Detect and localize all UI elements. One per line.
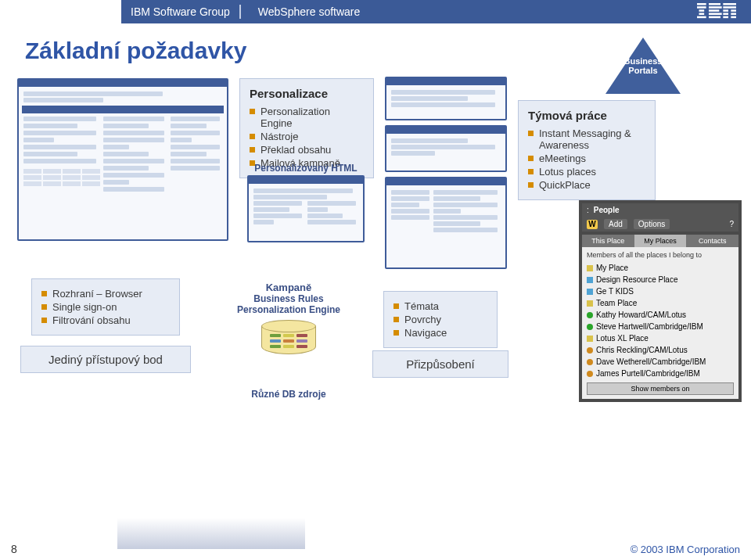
people-item[interactable]: Dave Wetherell/Cambridge/IBM (587, 356, 734, 368)
personalized-html-mock (247, 175, 365, 242)
svg-rect-7 (709, 9, 719, 12)
status-dot-icon (587, 371, 593, 377)
customization-item: Povrchy (393, 313, 487, 326)
svg-rect-17 (731, 16, 736, 19)
personalization-title: Personalizace (250, 87, 364, 100)
svg-rect-14 (723, 13, 728, 16)
interface-item: Rozhraní – Browser (41, 287, 170, 300)
campaigns-title: Kampaně (222, 282, 355, 293)
people-body: Members of all the places I belong to My… (582, 247, 738, 399)
people-item[interactable]: Steve Hartwell/Cambridge/IBM (587, 321, 734, 332)
people-item[interactable]: Ge T KIDS (587, 285, 734, 297)
footer-fade-image (117, 518, 305, 549)
people-header: : People (582, 203, 738, 217)
header-bar: IBM Software Group WebSphere software (0, 0, 751, 23)
interface-panel: Rozhraní – Browser Single sign-on Filtro… (31, 278, 180, 336)
campaigns-line1: Business Rules (222, 293, 355, 304)
people-tab[interactable]: This Place (582, 235, 634, 247)
status-dot-icon (587, 324, 593, 330)
teamwork-item: QuickPlace (528, 178, 645, 192)
ui-mock-window-2 (385, 125, 507, 172)
personalized-html-caption: Personalizovaný HTML (247, 163, 365, 174)
people-item-label: Kathy Howard/CAM/Lotus (596, 311, 686, 319)
people-list: My PlaceDesign Resource PlaceGe T KIDSTe… (587, 262, 734, 379)
people-item[interactable]: Lotus XL Place (587, 332, 734, 344)
database-icon (261, 320, 316, 359)
svg-rect-2 (699, 9, 705, 12)
teamwork-title: Týmová práce (528, 109, 645, 122)
people-tabs: This Place My Places Contacts (582, 235, 738, 247)
people-w-icon[interactable]: W (587, 220, 598, 229)
triangle-line2: Portals (605, 66, 681, 75)
people-item-label: Chris Reckling/CAM/Lotus (596, 346, 688, 354)
people-item[interactable]: Design Resource Place (587, 274, 734, 285)
status-dot-icon (587, 312, 593, 318)
campaigns-line2: Personalization Engine (222, 304, 355, 315)
svg-rect-4 (697, 16, 706, 19)
place-square-icon (587, 265, 593, 271)
svg-rect-11 (723, 6, 736, 9)
teamwork-panel: Týmová práce Instant Messaging & Awarene… (518, 100, 656, 200)
people-item-label: Ge T KIDS (596, 287, 634, 296)
svg-rect-9 (709, 16, 720, 19)
people-item-label: My Place (596, 264, 628, 272)
header-divider (239, 5, 241, 19)
people-tab[interactable]: Contacts (686, 235, 738, 247)
personalization-item: Nástroje (250, 130, 364, 143)
people-item-label: James Purtell/Cambridge/IBM (596, 369, 700, 378)
people-item[interactable]: James Purtell/Cambridge/IBM (587, 368, 734, 379)
svg-rect-12 (723, 9, 728, 12)
people-desc: Members of all the places I belong to (587, 251, 734, 259)
people-item-label: Dave Wetherell/Cambridge/IBM (596, 357, 706, 366)
people-item[interactable]: Team Place (587, 297, 734, 309)
people-toolbar: W Add Options ? (582, 217, 738, 232)
svg-rect-1 (697, 6, 706, 9)
teamwork-item: Instant Messaging & Awareness (528, 127, 645, 152)
people-item-label: Steve Hartwell/Cambridge/IBM (596, 322, 703, 331)
svg-rect-16 (723, 16, 728, 19)
svg-rect-6 (709, 6, 722, 9)
place-square-icon (587, 300, 593, 307)
svg-rect-3 (699, 13, 705, 16)
footer: 8 © 2003 IBM Corporation (0, 527, 751, 560)
teamwork-item: eMeetings (528, 152, 645, 165)
customization-panel: Témata Povrchy Navigace (383, 291, 498, 348)
interface-item: Filtrování obsahu (41, 314, 170, 327)
people-tab-active[interactable]: My Places (634, 235, 687, 247)
people-add-button[interactable]: Add (604, 219, 627, 229)
people-options-button[interactable]: Options (634, 219, 670, 229)
personalization-item: Překlad obsahu (250, 143, 364, 156)
place-square-icon (587, 289, 593, 295)
page-number: 8 (11, 543, 17, 555)
status-dot-icon (587, 347, 593, 354)
personalization-item: Personalization Engine (250, 105, 364, 130)
people-help-icon[interactable]: ? (729, 220, 734, 228)
teamwork-item: Lotus places (528, 165, 645, 178)
people-item[interactable]: Chris Reckling/CAM/Lotus (587, 344, 734, 356)
svg-rect-0 (697, 3, 706, 5)
svg-rect-10 (723, 3, 736, 5)
copyright: © 2003 IBM Corporation (631, 544, 740, 555)
place-square-icon (587, 277, 593, 283)
svg-rect-5 (709, 3, 720, 5)
ui-mock-window-1 (385, 77, 507, 120)
people-item[interactable]: Kathy Howard/CAM/Lotus (587, 309, 734, 321)
access-label: Jediný přístupový bod (49, 353, 163, 366)
people-item-label: Lotus XL Place (596, 334, 649, 343)
triangle-line1: Business (605, 56, 681, 66)
status-dot-icon (587, 359, 593, 365)
customization-label: Přizpůsobení (406, 357, 475, 371)
db-caption: Různé DB zdroje (222, 389, 355, 400)
header-spacer (0, 0, 121, 23)
place-square-icon (587, 336, 593, 342)
people-item[interactable]: My Place (587, 262, 734, 274)
people-panel: : People W Add Options ? This Place My P… (579, 200, 742, 402)
portal-browser-mock (17, 78, 228, 241)
interface-item: Single sign-on (41, 300, 170, 314)
customization-item: Témata (393, 300, 487, 313)
svg-rect-8 (709, 13, 722, 16)
show-members-button[interactable]: Show members on (587, 382, 734, 395)
ui-mock-window-3 (385, 177, 507, 269)
campaigns-block: Kampaně Business Rules Personalization E… (222, 278, 355, 400)
people-item-label: Team Place (596, 299, 637, 307)
